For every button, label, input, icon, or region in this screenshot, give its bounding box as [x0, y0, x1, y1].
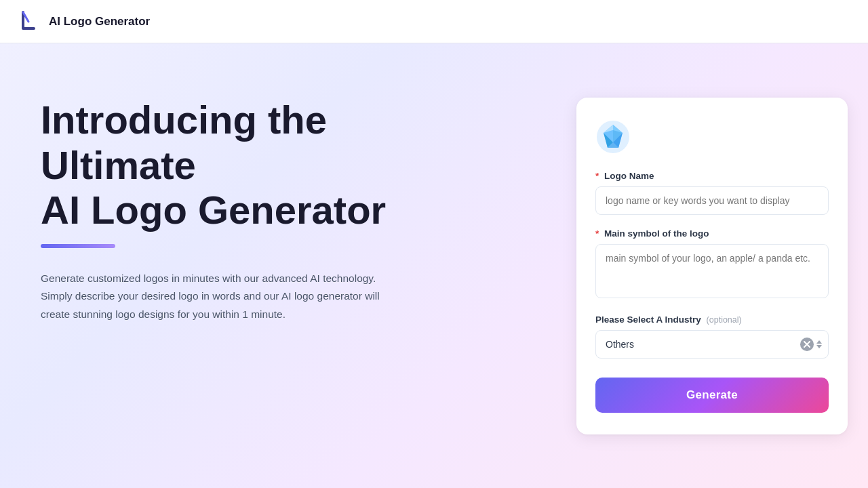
optional-label: (optional) [707, 315, 742, 325]
main-content: Introducing the Ultimate AI Logo Generat… [0, 43, 868, 488]
form-section: * Logo Name * Main symbol of the logo Pl… [556, 43, 868, 488]
gem-icon [595, 119, 631, 155]
symbol-input[interactable] [595, 244, 829, 298]
form-card: * Logo Name * Main symbol of the logo Pl… [576, 98, 848, 434]
industry-select[interactable]: Others Technology Food & Beverage Fashio… [595, 330, 829, 359]
app-logo-mark [16, 8, 41, 35]
industry-group: Please Select A Industry (optional) Othe… [595, 314, 829, 359]
hero-description: Generate customized logos in minutes wit… [41, 270, 393, 323]
hero-section: Introducing the Ultimate AI Logo Generat… [0, 43, 556, 488]
logo-name-group: * Logo Name [595, 171, 829, 215]
app-title: AI Logo Generator [49, 15, 150, 28]
logo-name-input[interactable] [595, 186, 829, 215]
required-star-symbol: * [595, 228, 599, 239]
industry-label: Please Select A Industry (optional) [595, 314, 829, 325]
required-star-name: * [595, 171, 599, 181]
app-header: AI Logo Generator [0, 0, 868, 43]
industry-select-wrapper: Others Technology Food & Beverage Fashio… [595, 330, 829, 359]
generate-button[interactable]: Generate [595, 378, 829, 413]
hero-title: Introducing the Ultimate AI Logo Generat… [41, 98, 515, 233]
symbol-label: * Main symbol of the logo [595, 228, 829, 239]
logo-name-label: * Logo Name [595, 171, 829, 181]
symbol-group: * Main symbol of the logo [595, 228, 829, 301]
hero-underline [41, 244, 115, 248]
clear-industry-button[interactable] [800, 338, 814, 351]
